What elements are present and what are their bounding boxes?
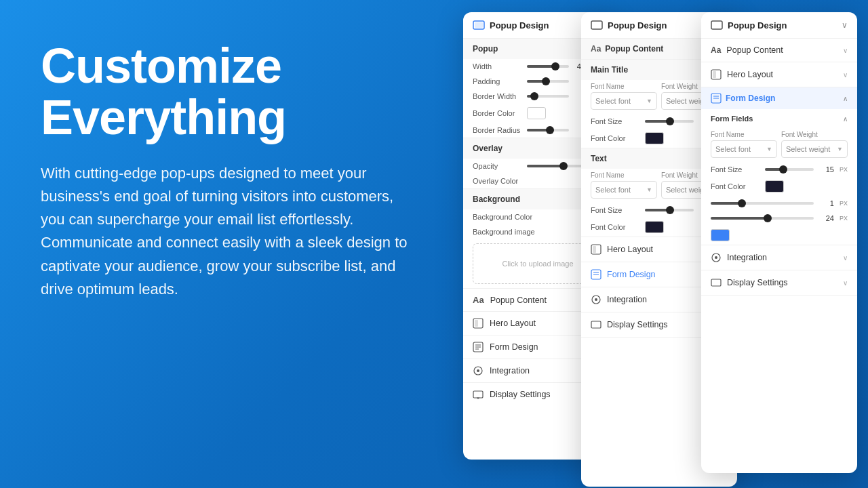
panel3-font-row: Font Name Select font ▼ Font Weight Sele… (701, 128, 857, 162)
text-size-slider[interactable] (645, 209, 694, 211)
panel3-title: Popup Design (728, 20, 787, 30)
panel3-header-left: Popup Design (711, 19, 787, 31)
text-font-name-col: Font Name Select font ▼ (591, 171, 657, 199)
font-name-label: Font Name (591, 83, 657, 90)
border-color-label: Border Color (473, 109, 521, 117)
panel3-blue-row (701, 226, 857, 245)
display-settings-icon-2 (591, 319, 601, 330)
font-name-placeholder: Select font (595, 97, 631, 105)
border-width-slider[interactable] (527, 95, 569, 98)
form-design-menu-label-2: Form Design (607, 270, 656, 279)
border-radius-label: Border Radius (473, 126, 521, 134)
border-radius-slider[interactable] (527, 129, 569, 131)
form-fields-label: Form Fields (711, 115, 753, 123)
display-settings-menu-label: Display Settings (607, 320, 668, 329)
aa-icon-3: Aa (711, 45, 721, 55)
svg-rect-10 (473, 391, 483, 398)
hero-layout-icon-2 (591, 244, 601, 255)
popup-design-icon (473, 19, 485, 31)
nav-popup-content-label: Popup Content (490, 296, 547, 305)
integration-icon-2 (591, 294, 601, 305)
text-color-label: Font Color (591, 223, 639, 231)
display-settings-icon (473, 389, 484, 400)
panel2-title: Popup Design (608, 20, 667, 30)
popup-design-icon-3 (711, 19, 723, 31)
form-fields-header: Form Fields ∧ (701, 109, 857, 128)
text-section-label: Text (591, 154, 607, 163)
panel3-size-slider[interactable] (765, 168, 814, 171)
panel3-font-weight-col: Font Weight Select weight ▼ (781, 131, 848, 158)
panel3-radius-value: 24 (819, 214, 834, 222)
font-select-chevron: ▼ (646, 98, 652, 104)
panel3-weight-select[interactable]: Select weight ▼ (781, 140, 848, 158)
panel3-width-slider[interactable] (711, 202, 814, 205)
panel1-header-left: Popup Design (473, 19, 549, 31)
panel3-popup-content[interactable]: Aa Popup Content ∨ (701, 39, 857, 62)
panel2-header-left: Popup Design (591, 19, 667, 31)
form-design-icon (473, 342, 484, 352)
nav-display-settings-label: Display Settings (490, 390, 551, 399)
main-title-font-name-col: Font Name Select font ▼ (591, 83, 657, 110)
display-settings-icon-3 (711, 277, 722, 288)
upload-text: Click to upload image (502, 260, 573, 268)
nav-aa-icon: Aa (473, 295, 484, 305)
panel3-font-placeholder: Select font (715, 145, 751, 153)
main-title-label: Main Title (591, 65, 628, 75)
svg-rect-24 (713, 71, 716, 78)
overlay-color-label: Overlay Color (473, 177, 521, 185)
panel3-header: Popup Design ∨ (701, 12, 857, 39)
panel3-display-settings[interactable]: Display Settings ∨ (701, 270, 857, 296)
font-name-select[interactable]: Select font ▼ (591, 92, 657, 110)
panel3-hero-layout[interactable]: Hero Layout ∨ (701, 62, 857, 87)
panel3-size-value: 15 (819, 165, 834, 174)
font-color-label: Font Color (591, 134, 639, 142)
panel3-width-row: 1 PX (701, 196, 857, 211)
svg-rect-15 (593, 246, 596, 253)
popup-design-icon-2 (591, 19, 603, 31)
hero-layout-icon-3 (711, 69, 722, 80)
panel3-size-row: Font Size 15 PX (701, 162, 857, 177)
background-section-title: Background (473, 195, 520, 204)
panel3-hero-layout-label: Hero Layout (727, 70, 773, 79)
form-design-icon-3 (711, 93, 722, 104)
text-color-swatch[interactable] (645, 221, 664, 233)
integration-menu-label: Integration (607, 295, 647, 304)
main-title-size-slider[interactable] (645, 120, 694, 123)
text-font-name-select[interactable]: Select font ▼ (591, 181, 657, 199)
panel3-width-value: 1 (819, 199, 834, 207)
border-color-swatch[interactable] (527, 107, 546, 119)
hero-layout-icon (473, 318, 484, 329)
panel3-blue-swatch[interactable] (711, 229, 730, 241)
panel3-integration-label: Integration (727, 253, 767, 262)
integration-icon (473, 365, 484, 376)
width-label: Width (473, 62, 521, 70)
panel3-integration[interactable]: Integration ∨ (701, 245, 857, 270)
opacity-label: Opacity (473, 162, 521, 170)
popup-section-title: Popup (473, 44, 498, 54)
border-width-label: Border Width (473, 92, 521, 100)
panel3-size-unit: PX (840, 166, 848, 173)
panel3-width-unit: PX (840, 200, 848, 207)
padding-slider[interactable] (527, 80, 569, 83)
hero-layout-menu-label: Hero Layout (607, 245, 653, 254)
panel3-font-name-col: Font Name Select font ▼ (711, 131, 777, 158)
width-slider[interactable] (527, 65, 569, 68)
panel3-font-name-select[interactable]: Select font ▼ (711, 140, 777, 158)
svg-rect-3 (475, 320, 478, 327)
panel3-popup-content-label: Popup Content (726, 45, 783, 55)
panel3-color-row: Font Color (701, 177, 857, 196)
padding-label: Padding (473, 77, 521, 85)
panel3-chevron[interactable]: ∨ (842, 20, 848, 30)
form-design-icon-2 (591, 269, 601, 280)
hero-subtitle: With cutting-edge pop-ups designed to me… (41, 162, 420, 301)
panel3-radius-slider[interactable] (711, 217, 814, 220)
nav-hero-layout-label: Hero Layout (490, 319, 536, 328)
svg-point-9 (477, 369, 479, 372)
panel3-color-swatch[interactable] (765, 180, 784, 192)
panel3-form-design-header[interactable]: Form Design ∧ (701, 87, 857, 109)
hero-title: Customize Everything (41, 41, 420, 143)
text-size-label: Font Size (591, 206, 639, 214)
svg-point-20 (595, 298, 597, 301)
font-size-label: Font Size (591, 117, 639, 125)
main-title-color-swatch[interactable] (645, 132, 664, 144)
